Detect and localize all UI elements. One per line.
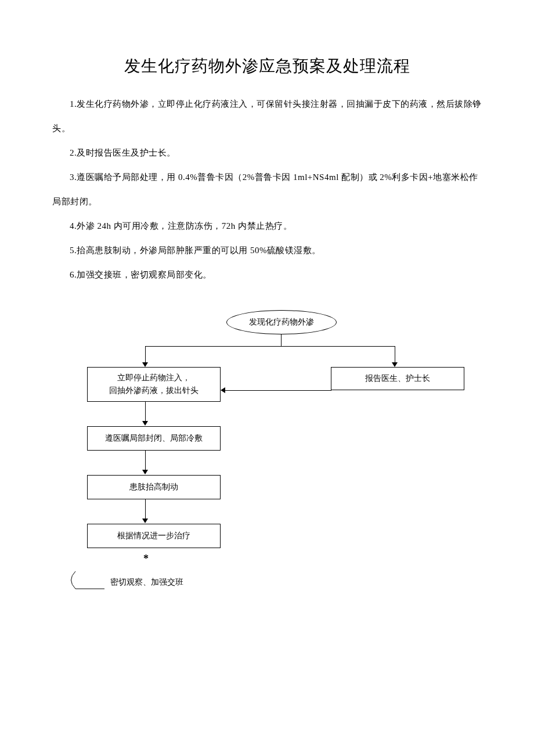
star-icon: * (143, 553, 149, 565)
flowchart-start-label: 发现化疗药物外渗 (249, 316, 314, 329)
flowchart-container: 发现化疗药物外渗 立即停止药物注入， 回抽外渗药液，拔出针头 报告医生、护士长 … (87, 310, 493, 658)
arrow-down-icon (392, 362, 398, 367)
arrow-down-icon (142, 470, 148, 474)
flowchart-connector (145, 499, 146, 520)
paragraph-2: 2.及时报告医生及护士长。 (52, 141, 482, 165)
flowchart-box5-label: 根据情况进一步治疗 (117, 530, 190, 542)
flowchart-connector (331, 390, 331, 391)
flowchart-connector (395, 346, 395, 363)
paragraph-5: 5.抬高患肢制动，外渗局部肿胀严重的可以用 50%硫酸镁湿敷。 (52, 238, 482, 262)
flowchart-box3-label: 遵医嘱局部封闭、局部冷敷 (105, 432, 203, 445)
flowchart-box2-label: 报告医生、护士长 (365, 372, 430, 385)
paragraph-3: 3.遵医嘱给予局部处理，用 0.4%普鲁卡因（2%普鲁卡因 1ml+NS4ml … (52, 165, 482, 214)
flowchart-connector (145, 346, 395, 347)
arrow-down-icon (142, 421, 148, 426)
flowchart-box4-label: 患肢抬高制动 (129, 481, 178, 494)
arrow-left-icon (221, 387, 225, 393)
flowchart-connector (145, 402, 146, 422)
paragraph-1: 1.发生化疗药物外渗，立即停止化疗药液注入，可保留针头接注射器，回抽漏于皮下的药… (52, 92, 482, 141)
flowchart-box1-line1: 立即停止药物注入， (109, 372, 199, 384)
document-title: 发生化疗药物外渗应急预案及处理流程 (52, 55, 482, 77)
flowchart-connector (281, 334, 282, 346)
flowchart-connector (225, 390, 331, 391)
flowchart-box-elevate-limb: 患肢抬高制动 (87, 475, 221, 499)
flowchart-connector (145, 346, 146, 363)
flowchart-box1-line2: 回抽外渗药液，拔出针头 (109, 384, 199, 397)
paragraph-6: 6.加强交接班，密切观察局部变化。 (52, 262, 482, 287)
flowchart-box-further-treatment: 根据情况进一步治疗 (87, 524, 221, 548)
arrow-down-icon (142, 519, 148, 523)
flowchart-box-local-treatment: 遵医嘱局部封闭、局部冷敷 (87, 426, 221, 451)
flowchart-box-report: 报告医生、护士长 (331, 367, 464, 390)
flowchart-connector (145, 451, 146, 471)
arrow-down-icon (142, 362, 148, 367)
flowchart-box-stop-injection: 立即停止药物注入， 回抽外渗药液，拔出针头 (87, 367, 221, 402)
flowchart-start-node: 发现化疗药物外渗 (226, 310, 337, 334)
paragraph-4: 4.外渗 24h 内可用冷敷，注意防冻伤，72h 内禁止热疗。 (52, 214, 482, 238)
flowchart-final-label: 密切观察、加强交班 (110, 577, 183, 588)
